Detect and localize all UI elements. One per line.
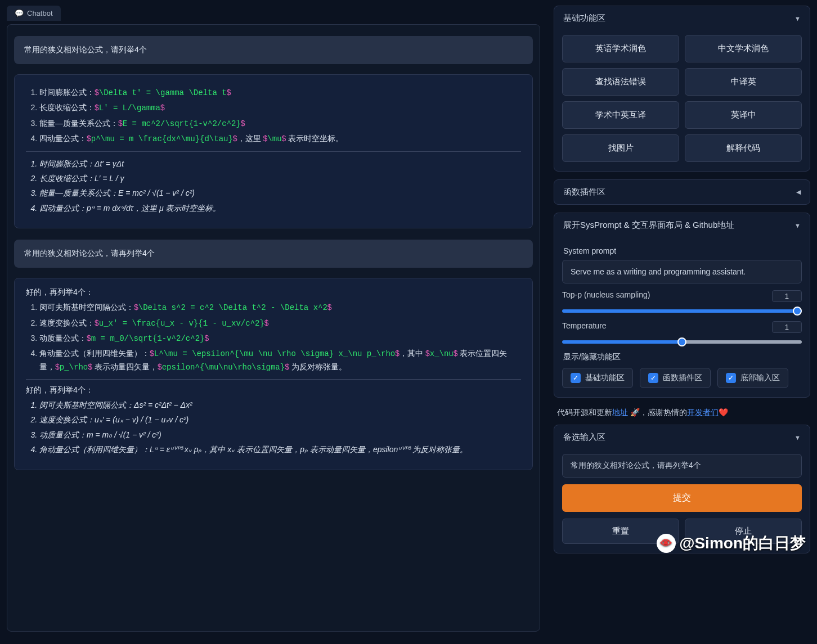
chevron-down-icon: ▼ [794,222,801,229]
panel-header-alt-input[interactable]: 备选输入区 ▼ [554,425,810,449]
temperature-value: 1 [772,321,802,333]
formula-rendered: 动质量公式：m = m₀ / √(1 − v² / c²) [39,429,521,441]
chevron-down-icon: ▼ [794,434,801,441]
formula-rendered: 时间膨胀公式：Δt′ = γΔt [39,157,521,170]
formula-rendered: 长度收缩公式：L′ = L / γ [39,172,521,184]
formula-src: 动质量公式：$m = m_0/\sqrt{1-v^2/c^2}$ [39,332,521,345]
credits-line: 代码开源和更新地址 🚀，感谢热情的开发者们❤️ [554,406,810,425]
chat-panel: 💬 Chatbot 常用的狭义相对论公式，请列举4个 时间膨胀公式：$\Delt… [0,0,547,644]
visibility-checkbox[interactable]: ✓底部输入区 [717,368,788,388]
temperature-slider[interactable] [562,340,802,344]
formula-src: 角动量公式（利用四维矢量）：$L^\mu = \epsilon^{\mu \nu… [39,347,521,373]
function-button[interactable]: 中文学术润色 [685,35,802,62]
devs-link[interactable]: 开发者们 [687,408,719,417]
topp-slider[interactable] [562,309,802,313]
check-icon: ✓ [571,373,581,383]
function-button[interactable]: 英语学术润色 [562,35,679,62]
topp-value: 1 [772,290,802,302]
user-message: 常用的狭义相对论公式，请列举4个 [14,36,533,64]
formula-src: 闵可夫斯基时空间隔公式：$\Delta s^2 = c^2 \Delta t^2… [39,301,521,314]
panel-alt-input: 备选输入区 ▼ 提交 重置 停止 [554,425,810,553]
function-button[interactable]: 找图片 [562,134,679,162]
panel-header-expand[interactable]: 展开SysPrompt & 交互界面布局 & Github地址 ▼ [554,213,810,237]
formula-rendered: 速度变换公式：uₓ′ = (uₓ − v) / (1 − uₓv / c²) [39,413,521,426]
sidebar: 基础功能区 ▼ 英语学术润色中文学术润色查找语法错误中译英学术中英互译英译中找图… [547,0,817,644]
bot-message: 时间膨胀公式：$\Delta t' = \gamma \Delta t$长度收缩… [14,74,533,228]
formula-src: 时间膨胀公式：$\Delta t' = \gamma \Delta t$ [39,86,521,99]
heart-icon: ❤️ [719,408,728,417]
system-prompt-input[interactable] [562,260,802,283]
visibility-checkbox[interactable]: ✓基础功能区 [562,368,633,388]
formula-src: 速度变换公式：$u_x' = \frac{u_x - v}{1 - u_xv/c… [39,317,521,330]
stop-button[interactable]: 停止 [685,519,802,544]
function-button[interactable]: 解释代码 [685,134,802,162]
formula-rendered: 角动量公式（利用四维矢量）：Lᵘ = εᵘⱽᴾᵟ xᵥ pₚ，其中 xᵥ 表示位… [39,443,521,456]
tab-chatbot[interactable]: 💬 Chatbot [7,6,61,21]
panel-title: 备选输入区 [563,432,605,443]
reset-button[interactable]: 重置 [562,519,679,544]
panel-plugins: 函数插件区 ◀ [554,179,810,205]
chat-icon: 💬 [15,9,24,17]
panel-expand: 展开SysPrompt & 交互界面布局 & Github地址 ▼ System… [554,213,810,398]
formula-src: 长度收缩公式：$L' = L/\gamma$ [39,101,521,114]
chevron-down-icon: ▼ [794,15,801,22]
toggle-section-label: 显示/隐藏功能区 [563,352,801,362]
tab-label: Chatbot [27,9,53,17]
panel-header-basic[interactable]: 基础功能区 ▼ [554,6,810,30]
bot-lead: 好的，再列举4个： [26,385,521,395]
rocket-icon: 🚀 [630,408,640,417]
system-prompt-label: System prompt [563,246,801,255]
function-button[interactable]: 中译英 [685,68,802,96]
panel-header-plugins[interactable]: 函数插件区 ◀ [554,180,810,204]
visibility-checkbox[interactable]: ✓函数插件区 [640,368,711,388]
topp-label: Top-p (nucleus sampling) [562,290,650,302]
bot-lead: 好的，再列举4个： [26,287,521,298]
source-link[interactable]: 地址 [612,408,628,417]
panel-title: 函数插件区 [563,187,605,197]
formula-rendered: 闵可夫斯基时空间隔公式：Δs² = c²Δt² − Δx² [39,399,521,411]
panel-basic: 基础功能区 ▼ 英语学术润色中文学术润色查找语法错误中译英学术中英互译英译中找图… [554,6,810,172]
alt-input-field[interactable] [562,454,802,478]
function-button[interactable]: 学术中英互译 [562,101,679,129]
formula-src: 四动量公式：$p^\mu = m \frac{dx^\mu}{d\tau}$，这… [39,132,521,145]
formula-rendered: 能量—质量关系公式：E = mc² / √(1 − v² / c²) [39,187,521,199]
submit-button[interactable]: 提交 [562,484,802,512]
check-icon: ✓ [726,373,736,383]
check-icon: ✓ [648,373,658,383]
formula-src: 能量—质量关系公式：$E = mc^2/\sqrt{1-v^2/c^2}$ [39,117,521,130]
chevron-left-icon: ◀ [796,188,801,196]
temperature-label: Temperature [562,321,607,333]
formula-rendered: 四动量公式：pᵘ = m dxᵘ/dτ，这里 μ 表示时空坐标。 [39,202,521,214]
function-button[interactable]: 查找语法错误 [562,68,679,96]
bot-message: 好的，再列举4个： 闵可夫斯基时空间隔公式：$\Delta s^2 = c^2 … [14,278,533,470]
chat-area: 常用的狭义相对论公式，请列举4个 时间膨胀公式：$\Delta t' = \ga… [7,24,540,632]
panel-title: 基础功能区 [563,13,605,24]
panel-title: 展开SysPrompt & 交互界面布局 & Github地址 [563,220,734,231]
user-message: 常用的狭义相对论公式，请再列举4个 [14,240,533,268]
function-button[interactable]: 英译中 [685,101,802,129]
